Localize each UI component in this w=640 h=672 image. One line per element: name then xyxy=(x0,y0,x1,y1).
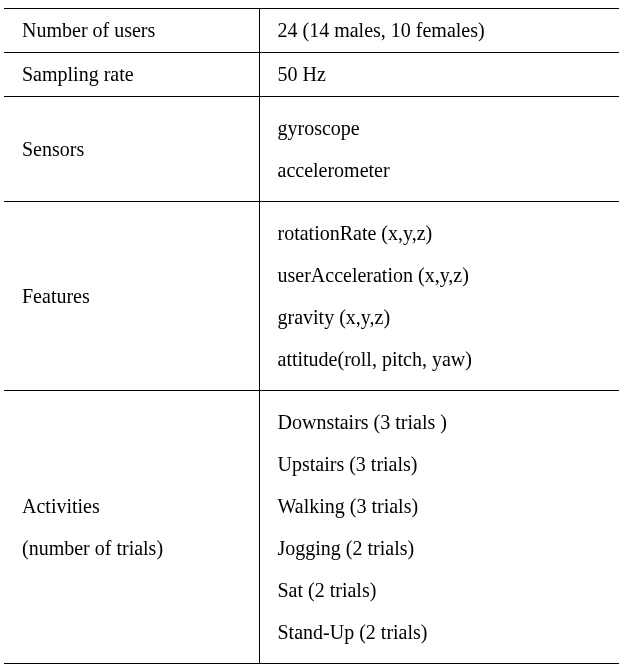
value-line: gyroscope xyxy=(278,107,602,149)
value-line: gravity (x,y,z) xyxy=(278,296,602,338)
dataset-table: Number of users 24 (14 males, 10 females… xyxy=(4,8,619,664)
value-line: attitude(roll, pitch, yaw) xyxy=(278,338,602,380)
value-line: accelerometer xyxy=(278,149,602,191)
row-value: 50 Hz xyxy=(259,53,619,97)
row-value: gyroscope accelerometer xyxy=(259,97,619,202)
label-line: Activities xyxy=(22,485,241,527)
value-line: userAcceleration (x,y,z) xyxy=(278,254,602,296)
value-line: Stand-Up (2 trials) xyxy=(278,611,602,653)
value-line: Sat (2 trials) xyxy=(278,569,602,611)
row-label: Features xyxy=(4,202,259,391)
value-line: Upstairs (3 trials) xyxy=(278,443,602,485)
row-label: Number of users xyxy=(4,9,259,53)
value-line: Walking (3 trials) xyxy=(278,485,602,527)
row-value: Downstairs (3 trials ) Upstairs (3 trial… xyxy=(259,391,619,664)
label-line: (number of trials) xyxy=(22,527,241,569)
row-label: Activities (number of trials) xyxy=(4,391,259,664)
value-line: rotationRate (x,y,z) xyxy=(278,212,602,254)
value-line: Jogging (2 trials) xyxy=(278,527,602,569)
row-label: Sensors xyxy=(4,97,259,202)
row-value: 24 (14 males, 10 females) xyxy=(259,9,619,53)
value-line: Downstairs (3 trials ) xyxy=(278,401,602,443)
row-label: Sampling rate xyxy=(4,53,259,97)
row-value: rotationRate (x,y,z) userAcceleration (x… xyxy=(259,202,619,391)
